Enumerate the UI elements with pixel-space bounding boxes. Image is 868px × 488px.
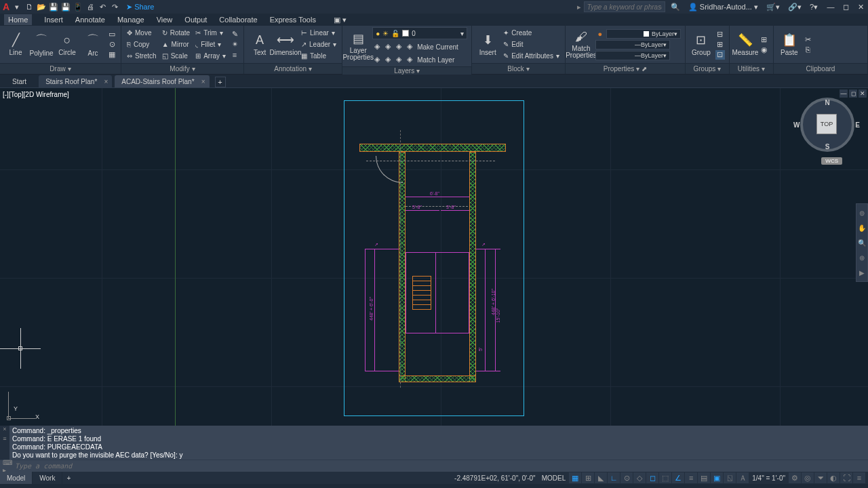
arc-button[interactable]: ⌒Arc [81, 28, 104, 62]
isolate-toggle[interactable]: ◐ [827, 472, 840, 483]
panel-utilities-title[interactable]: Utilities ▾ [730, 63, 773, 74]
search-input[interactable] [584, 1, 665, 12]
wcs-badge[interactable]: WCS [821, 157, 842, 165]
zoom-icon[interactable]: 🔍 [856, 237, 867, 249]
insert-button[interactable]: ⬇Insert [476, 28, 499, 62]
offset-icon[interactable]: ≡ [230, 50, 239, 60]
close-button[interactable]: ✕ [856, 2, 865, 12]
snap-toggle[interactable]: ⊞ [582, 472, 594, 483]
group-icon-3[interactable]: ⊡ [715, 50, 725, 60]
linear-button[interactable]: ⊢ Linear ▾ [300, 28, 338, 39]
scale-button[interactable]: ◱ Scale [161, 51, 191, 62]
polyline-button[interactable]: ⌒Polyline [30, 28, 53, 62]
copy-clip-icon[interactable]: ⎘ [804, 45, 813, 54]
match-layer-button[interactable]: Match Layer [416, 54, 456, 65]
util-icon-1[interactable]: ⊞ [760, 35, 769, 44]
iso-toggle[interactable]: ◇ [633, 472, 646, 483]
add-layout-button[interactable]: + [62, 472, 75, 484]
trans-toggle[interactable]: ▤ [698, 472, 710, 483]
rotate-button[interactable]: ↻ Rotate [161, 28, 191, 39]
osnap-toggle[interactable]: ◻ [646, 472, 658, 483]
group-button[interactable]: ⊡Group [690, 28, 713, 62]
saveas-icon[interactable]: 💾 [61, 2, 71, 12]
clean-screen[interactable]: ⛶ [840, 472, 852, 483]
circle-button[interactable]: ○Circle [56, 28, 79, 62]
share-button[interactable]: ➤ Share [126, 3, 154, 12]
lwt-toggle[interactable]: ≡ [685, 472, 697, 483]
cmd-handle-icon[interactable]: ≡ [0, 435, 9, 445]
redo-icon[interactable]: ↷ [110, 2, 119, 12]
leader-button[interactable]: ↗ Leader ▾ [300, 39, 338, 50]
create-button[interactable]: ✦ Create [502, 28, 561, 39]
customize[interactable]: ≡ [853, 472, 865, 483]
rect-icon[interactable]: ▭ [107, 30, 117, 39]
ucs-icon[interactable]: Y X [5, 386, 39, 420]
erase-icon[interactable]: ✎ [230, 30, 239, 39]
tab-start[interactable]: Start [3, 75, 36, 87]
help-icon[interactable]: ?▾ [810, 3, 818, 12]
edit-attributes-button[interactable]: ✎ Edit Attributes ▾ [502, 51, 561, 62]
tab-output[interactable]: Output [184, 16, 207, 24]
panel-draw-title[interactable]: Draw ▾ [0, 63, 121, 74]
featured-apps-icon[interactable]: ▣ ▾ [334, 16, 347, 24]
linetype-dropdown[interactable]: — ByLayer ▾ [595, 51, 670, 60]
minimize-button[interactable]: — [826, 2, 835, 12]
search-caret-icon[interactable]: ▸ [577, 3, 581, 12]
layer-mini-2[interactable]: ◈ [383, 41, 393, 51]
match-properties-button[interactable]: 🖌Match Properties [570, 28, 593, 62]
make-current-button[interactable]: Make Current [416, 41, 460, 52]
layer-mini-3[interactable]: ◈ [394, 41, 403, 51]
drawing-canvas[interactable]: [-][Top][2D Wireframe] — ◻ ✕ 6'-8" 5'-8"… [0, 88, 868, 426]
anno-vis-toggle[interactable]: Ａ [736, 472, 749, 483]
web-icon[interactable]: 📱 [73, 2, 83, 12]
save-icon[interactable]: 💾 [49, 2, 58, 12]
tab-file-2[interactable]: ACAD-Stairs Roof Plan*× [115, 75, 209, 87]
layer-mini-6[interactable]: ◈ [383, 54, 393, 64]
explode-icon[interactable]: ✴ [230, 40, 239, 49]
infer-toggle[interactable]: ◣ [595, 472, 607, 483]
anno-scale[interactable]: ⍂ [724, 472, 736, 483]
util-icon-2[interactable]: ◉ [760, 45, 769, 54]
vp-max-icon[interactable]: ◻ [849, 89, 857, 98]
qat-dropdown-icon[interactable]: ▾ [12, 2, 22, 12]
array-button[interactable]: ⊞ Array ▾ [194, 51, 227, 62]
move-button[interactable]: ✥ Move [125, 28, 158, 39]
tab-file-1[interactable]: Stairs Roof Plan*× [39, 75, 112, 87]
group-icon-2[interactable]: ⊞ [715, 40, 725, 49]
new-icon[interactable]: 🗋 [24, 2, 34, 12]
viewcube-top[interactable]: TOP [816, 114, 837, 134]
steering-wheel-icon[interactable]: ⊚ [856, 207, 867, 219]
color-dropdown[interactable]: ByLayer ▾ [606, 29, 681, 39]
tab-home[interactable]: Home [4, 14, 32, 25]
undo-icon[interactable]: ↶ [98, 2, 107, 12]
vp-close-icon[interactable]: ✕ [859, 89, 867, 98]
tab-annotate[interactable]: Annotate [75, 16, 105, 24]
layer-mini-4[interactable]: ◈ [405, 41, 414, 51]
lineweight-dropdown[interactable]: — ByLayer ▾ [595, 40, 670, 49]
tab-manage[interactable]: Manage [117, 16, 144, 24]
hatch-icon[interactable]: ▦ [107, 50, 117, 60]
command-input[interactable] [15, 462, 865, 470]
layer-mini-8[interactable]: ◈ [405, 54, 414, 64]
tab-express-tools[interactable]: Express Tools [270, 16, 316, 24]
panel-layers-title[interactable]: Layers ▾ [342, 66, 471, 75]
layer-mini-5[interactable]: ◈ [372, 54, 382, 64]
dimension-button[interactable]: ⟷Dimension [274, 28, 297, 62]
anno-monitor[interactable]: ◎ [802, 472, 814, 483]
hw-accel[interactable]: ⏷ [814, 472, 827, 483]
layer-properties-button[interactable]: ▤Layer Properties [347, 29, 370, 63]
ws-switch[interactable]: ⚙ [789, 472, 801, 483]
paste-button[interactable]: 📋Paste [778, 28, 801, 62]
text-button[interactable]: AText [248, 28, 271, 62]
user-account[interactable]: 👤 Sridhar-Autod... ▾ [688, 3, 758, 12]
vp-min-icon[interactable]: — [840, 89, 848, 98]
pan-icon[interactable]: ✋ [856, 222, 867, 234]
viewcube[interactable]: TOP N S E W [800, 98, 854, 152]
view-label[interactable]: [-][Top][2D Wireframe] [3, 91, 69, 98]
panel-annotation-title[interactable]: Annotation ▾ [244, 63, 342, 74]
layer-dropdown[interactable]: ● ☀ 🔓 0 ▾ [372, 27, 467, 39]
polar-toggle[interactable]: ⊙ [620, 472, 633, 483]
line-button[interactable]: ╱Line [4, 28, 27, 62]
stretch-button[interactable]: ⇔ Stretch [125, 51, 158, 62]
open-icon[interactable]: 📂 [37, 2, 46, 12]
